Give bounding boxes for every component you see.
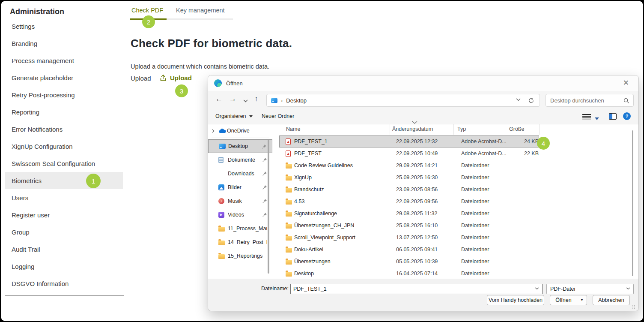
file-row[interactable]: Übersetzungen_CH_JPN 25.08.2025 16:10 Da… <box>279 220 539 232</box>
nav-pane-item[interactable]: Downloads <box>208 167 272 181</box>
organize-button[interactable]: Organisieren <box>215 113 253 119</box>
open-file-dialog: Öffnen ← → ↑ Desktop Organisieren <box>208 75 639 311</box>
sidebar-item[interactable]: Group <box>5 223 123 241</box>
column-separator[interactable] <box>505 124 505 135</box>
chevron-down-icon <box>626 287 630 290</box>
sidebar-item[interactable]: Audit Trail <box>5 241 123 258</box>
sidebar-item[interactable]: Logging <box>5 258 123 275</box>
pin-icon <box>262 144 266 149</box>
nav-pane-item[interactable]: Videos <box>208 208 272 222</box>
nav-pane-item[interactable]: 15_Reportings <box>208 249 272 263</box>
view-options-dropdown[interactable] <box>595 115 599 121</box>
tab-key-management[interactable]: Key management <box>176 7 225 14</box>
sidebar-item[interactable]: Generate placeholder <box>5 69 123 86</box>
pin-icon <box>262 199 267 203</box>
history-dropdown-button[interactable] <box>243 99 248 102</box>
search-icon <box>623 98 629 104</box>
upload-button[interactable]: Upload <box>159 74 192 82</box>
file-row[interactable]: Code Review Guidelines 29.09.2025 14:21 … <box>279 159 539 172</box>
file-list-scrollbar[interactable] <box>632 130 633 276</box>
nav-pane-item[interactable]: Bilder <box>208 181 272 194</box>
sidebar-item-label: Users <box>12 194 28 202</box>
sidebar-item[interactable]: Process management <box>5 52 123 69</box>
open-dropdown-arrow[interactable] <box>577 295 587 305</box>
music-icon <box>218 198 224 204</box>
chevron-down-icon <box>516 98 521 101</box>
sidebar-item[interactable]: Biometrics <box>5 172 123 189</box>
file-size: 24 KB <box>513 138 539 144</box>
sidebar-item[interactable]: XignUp Configuration <box>5 138 123 155</box>
file-row[interactable]: Desktop 16.04.2025 07:14 Dateiordner <box>279 268 539 280</box>
close-button[interactable] <box>620 77 632 88</box>
search-box <box>546 94 634 107</box>
nav-pane-scrollbar[interactable] <box>268 140 269 274</box>
file-name: Desktop <box>294 271 396 277</box>
address-dropdown-button[interactable] <box>516 98 521 101</box>
sidebar-item[interactable]: Error Notifications <box>5 120 123 138</box>
back-button[interactable]: ← <box>215 95 223 103</box>
file-row[interactable]: Doku-Artikel 06.05.2025 09:41 Dateiordne… <box>279 244 539 256</box>
column-header-date[interactable]: Änderungsdatum <box>392 126 433 132</box>
breadcrumb-chevron-icon <box>281 97 283 104</box>
sidebar-item[interactable]: Reporting <box>5 103 123 120</box>
admin-sidebar: SettingsBrandingProcess managementGenera… <box>5 18 123 292</box>
file-row[interactable]: 4.53 22.09.2025 09:56 Dateiordner <box>279 196 539 208</box>
sidebar-item[interactable]: Retry Post-processing <box>5 86 123 103</box>
forward-button[interactable]: → <box>229 95 236 103</box>
file-date: 23.09.2025 08:56 <box>396 187 461 193</box>
file-row[interactable]: Übersetzungen 05.05.2025 10:39 Dateiordn… <box>279 256 539 268</box>
list-view-button[interactable] <box>582 114 591 120</box>
sort-indicator-icon <box>412 121 417 124</box>
sidebar-item-label: Group <box>12 229 30 236</box>
file-row[interactable]: Scroll_Viewpoint_Support 13.07.2025 12:5… <box>279 232 539 244</box>
tab-check-pdf[interactable]: Check PDF <box>131 7 176 14</box>
file-row[interactable]: PDF_TEST 22.09.2025 10:49 Adobe Acrobat-… <box>279 147 539 159</box>
file-date: 29.09.2025 14:21 <box>396 163 461 169</box>
filename-label: Dateiname: <box>255 286 289 292</box>
preview-pane-button[interactable] <box>609 113 617 120</box>
column-separator[interactable] <box>390 124 390 135</box>
column-separator[interactable] <box>539 124 540 135</box>
sidebar-item[interactable]: Users <box>5 189 123 206</box>
sidebar-item[interactable]: Register user <box>5 206 123 223</box>
edge-browser-icon <box>214 79 222 87</box>
sidebar-item[interactable]: Swisscom Seal Configuration <box>5 155 123 172</box>
onedrive-icon <box>218 128 227 133</box>
file-row[interactable]: Brandschutz 23.09.2025 08:56 Dateiordner <box>279 184 539 196</box>
resize-grip[interactable] <box>632 304 636 309</box>
column-header-type[interactable]: Typ <box>457 126 466 132</box>
address-bar[interactable]: Desktop <box>266 94 540 107</box>
sidebar-item[interactable]: Settings <box>5 18 123 35</box>
up-button[interactable]: ↑ <box>254 95 258 103</box>
column-separator[interactable] <box>453 124 454 135</box>
nav-pane-item-onedrive[interactable]: OneDrive <box>208 125 272 136</box>
file-name: Übersetzungen <box>294 259 396 265</box>
help-button[interactable] <box>623 112 631 120</box>
chevron-down-icon[interactable] <box>535 287 539 290</box>
nav-pane-item[interactable]: Desktop <box>208 139 272 153</box>
open-split-button[interactable]: Öffnen <box>550 295 587 305</box>
column-header-size[interactable]: Größe <box>509 126 524 132</box>
search-input[interactable] <box>550 95 623 106</box>
sidebar-item[interactable]: DSGVO Information <box>5 275 123 292</box>
cancel-button[interactable]: Abbrechen <box>593 295 630 305</box>
file-row[interactable]: Signaturchallenge 29.08.2025 11:32 Datei… <box>279 208 539 220</box>
file-row[interactable]: XignUp 25.09.2025 16:30 Dateiordner <box>279 172 539 184</box>
expand-chevron-icon[interactable] <box>212 129 215 133</box>
open-button-label[interactable]: Öffnen <box>550 295 577 305</box>
breadcrumb[interactable]: Desktop <box>286 97 307 104</box>
column-header-name[interactable]: Name <box>286 126 300 132</box>
nav-pane-label: Bilder <box>228 184 242 190</box>
file-type: Dateiordner <box>461 259 513 265</box>
nav-pane-item[interactable]: 14_Retry_Post_P <box>208 235 272 249</box>
sidebar-item[interactable]: Branding <box>5 35 123 52</box>
filetype-select[interactable]: PDF-Datei <box>546 284 634 294</box>
refresh-button[interactable] <box>528 97 534 104</box>
filename-input[interactable] <box>293 285 525 293</box>
file-row[interactable]: PDF_TEST_1 22.09.2025 12:32 Adobe Acroba… <box>279 135 539 147</box>
nav-pane-item[interactable]: Dokumente <box>208 153 272 167</box>
nav-pane-item[interactable]: 11_Process_Mar <box>208 222 272 235</box>
nav-pane-item[interactable]: Musik <box>208 194 272 208</box>
upload-from-phone-button[interactable]: Vom Handy hochladen <box>487 295 544 305</box>
new-folder-button[interactable]: Neuer Ordner <box>262 113 294 119</box>
